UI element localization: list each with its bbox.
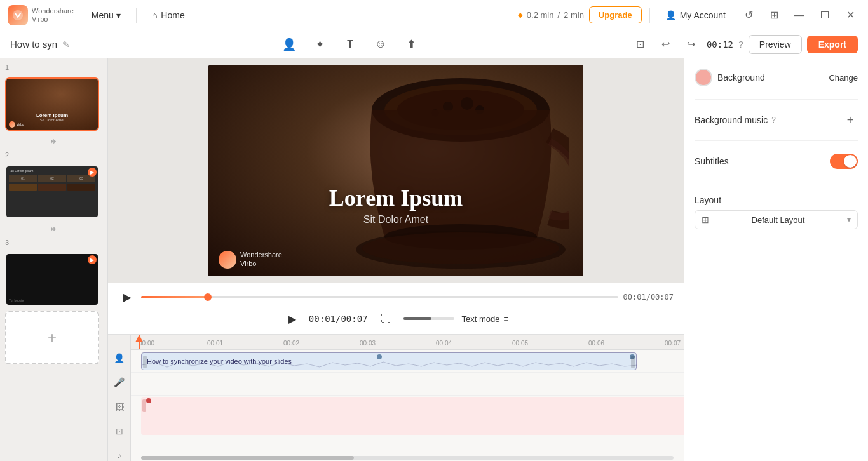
background-color-swatch[interactable] [695,69,712,86]
svg-point-5 [461,97,473,110]
layout-dropdown[interactable]: ⊞ Default Layout ▾ [695,210,858,229]
canvas-subtitle: Sit Dolor Amet [329,214,463,225]
avatar-tool-button[interactable]: 👤 [278,33,301,56]
bg-music-add-button[interactable]: + [843,112,858,128]
home-button[interactable]: ⌂ Home [144,6,193,24]
subtitles-row: Subtitles [695,154,858,169]
preview-button[interactable]: Preview [749,35,802,54]
maximize-button[interactable]: ⧠ [815,5,835,25]
edit-title-icon[interactable]: ✎ [62,39,70,50]
slide-item-2[interactable]: Tax Lorem Ipsum 01 02 03 ▶ [5,165,102,218]
fit-screen-button[interactable]: ⊡ [630,34,651,55]
playback-row2: ▶ 00:01/00:07 ⛶ Text mode ≡ [118,306,674,329]
bg-music-help-icon[interactable]: ? [771,116,776,124]
timeline-person-icon[interactable]: 👤 [113,352,126,364]
app-logo: Wondershare Virbo [8,5,74,25]
minimize-icon: — [794,10,804,21]
redo-button[interactable]: ↪ [681,34,702,55]
duration-icon: ♦ [518,10,523,21]
slide-thumb-1[interactable]: Lorem Ipsum Sit Dolor Amet Virbo [5,77,99,131]
progress-fill [141,296,208,298]
export-button[interactable]: Export [807,36,858,53]
sticker-tool-button[interactable]: ☺ [369,33,392,56]
grid-view-button[interactable]: ⊞ [764,5,784,25]
menu-button[interactable]: Menu ▾ [84,6,128,24]
timeline-clip-1[interactable]: How to synchronize your video with your … [141,352,637,370]
clip-handle-left-pink[interactable] [142,399,146,412]
slide-connector-1[interactable]: ⏭ [5,136,102,146]
slide-item-1[interactable]: Lorem Ipsum Sit Dolor Amet Virbo [5,77,102,131]
play-icon-2: ▶ [288,314,296,324]
volume-track[interactable] [403,317,454,320]
duration-display: ♦ 0.2 min / 2 min [518,10,584,21]
play-button-2[interactable]: ▶ [283,310,301,328]
playback-time-label: 00:01/00:07 [623,293,674,302]
slide-thumb-3[interactable]: Tut bookie ▶ [5,253,99,306]
fullscreen-button[interactable]: ⛶ [376,309,396,329]
timeline-scrollbar[interactable] [141,456,674,460]
canvas-title-area: Lorem Ipsum Sit Dolor Amet [329,185,463,225]
slide-2-badge: ▶ [88,168,97,177]
close-icon: ✕ [846,9,855,21]
timeline-music-icon[interactable]: ♪ [113,450,126,461]
timeline-audio-icon[interactable]: 🎤 [113,377,126,388]
effects-tool-button[interactable]: ✦ [308,33,331,56]
toolbar-center-tools: 👤 ✦ T ☺ ⬆ [75,33,625,56]
slide-number-3: 3 [5,239,102,246]
slides-panel: 1 Lorem Ipsum Sit Dolor Amet Virbo ⏭ [0,58,108,461]
slide-connector-2[interactable]: ⏭ [5,224,102,234]
divider [136,8,137,23]
progress-thumb [204,293,212,301]
secondary-toolbar: How to syn ✎ 👤 ✦ T ☺ ⬆ ⊡ ↩ ↪ 00:12 ? Pre… [0,30,868,58]
background-change-button[interactable]: Change [829,73,858,83]
clip-handle-right-1[interactable] [631,356,635,368]
slide-thumb-2[interactable]: Tax Lorem Ipsum 01 02 03 ▶ [5,165,99,218]
subtitles-label: Subtitles [695,156,729,166]
ruler-tick-6: 00:06 [588,340,604,347]
bg-music-section: Background music ? + [695,112,858,128]
account-icon: 👤 [665,10,676,20]
slide-item-3[interactable]: Tut bookie ▶ [5,253,102,306]
undo-button[interactable]: ↩ [656,34,676,55]
upload-tool-button[interactable]: ⬆ [400,33,423,56]
timeline-scrollbar-thumb[interactable] [141,456,354,460]
help-icon[interactable]: ? [738,39,743,50]
play-button[interactable]: ▶ [118,288,136,306]
history-button[interactable]: ↺ [738,5,759,25]
slide-number-2: 2 [5,151,102,159]
volume-fill [403,317,431,320]
text-mode-button[interactable]: Text mode ≡ [462,314,509,324]
progress-track[interactable] [141,296,618,298]
text-mode-icon: ≡ [504,314,509,324]
dropdown-arrow-icon: ▾ [847,215,851,224]
svg-point-0 [13,10,23,20]
timeline-track-2 [131,373,684,396]
timeline-text-icon[interactable]: ⊡ [113,425,126,437]
add-slide-button[interactable]: + [5,311,99,364]
timeline-image-icon[interactable]: 🖼 [113,401,126,412]
layout-selected-text: Default Layout [752,215,805,225]
upgrade-button[interactable]: Upgrade [589,6,642,23]
maximize-icon: ⧠ [820,10,830,21]
divider-2 [695,140,858,141]
text-icon: T [347,39,353,50]
ruler-tick-3: 00:03 [360,340,376,347]
timeline-clip-pink[interactable] [141,397,684,435]
text-tool-button[interactable]: T [339,33,362,56]
timeline-ruler: 00:00 00:01 00:02 00:03 00:04 00:05 00:0… [131,335,684,350]
background-label: Background [717,72,765,83]
ruler-tick-2: 00:02 [283,340,299,347]
add-music-icon: + [847,114,854,127]
upload-icon: ⬆ [407,37,416,51]
top-bar: Wondershare Virbo Menu ▾ ⌂ Home ♦ 0.2 mi… [0,0,868,30]
subtitles-toggle[interactable] [830,154,858,169]
ruler-tick-7: 00:07 [665,340,681,347]
minimize-button[interactable]: — [789,5,810,25]
account-button[interactable]: 👤 My Account [658,6,733,24]
canvas-main-title: Lorem Ipsum [329,185,463,211]
close-button[interactable]: ✕ [840,5,860,25]
bg-music-row: Background music ? + [695,112,858,128]
fit-icon: ⊡ [636,38,644,50]
timeline-track-icons: 👤 🎤 🖼 ⊡ ♪ [108,335,131,461]
redo-icon: ↪ [687,38,695,50]
